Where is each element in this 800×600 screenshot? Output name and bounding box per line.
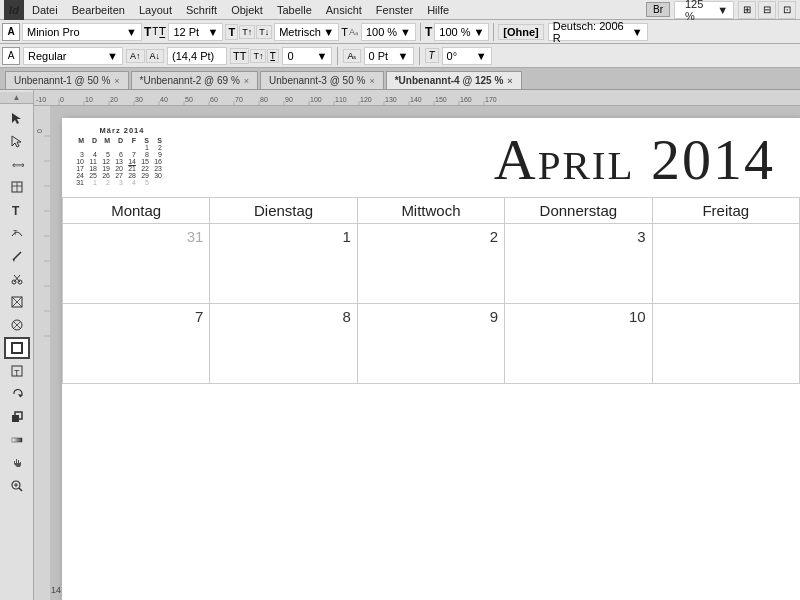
angle-input[interactable]: 0° ▼	[442, 47, 492, 65]
calendar-header: März 2014 M D M D F S	[62, 118, 800, 197]
menu-hilfe[interactable]: Hilfe	[421, 2, 455, 18]
svg-text:10: 10	[85, 96, 93, 103]
april-title: April 2014	[172, 126, 790, 193]
pencil-tool[interactable]	[4, 245, 30, 267]
rect-tool[interactable]	[4, 337, 30, 359]
font-name-dropdown[interactable]: Minion Pro ▼	[22, 23, 142, 41]
svg-text:T: T	[14, 368, 20, 378]
page-document: März 2014 M D M D F S	[62, 118, 800, 600]
type-size-input[interactable]: 100 % ▼	[361, 23, 416, 41]
menu-tabelle[interactable]: Tabelle	[271, 2, 318, 18]
toolbar-row2: A Regular ▼ A↑ A↓ (14,4 Pt) TT T↑ T̲ 0 ▼…	[0, 44, 800, 68]
svg-line-6	[13, 252, 21, 260]
sep1	[420, 23, 421, 41]
col-donnerstag: Donnerstag	[505, 198, 652, 224]
type-tool[interactable]: T	[4, 199, 30, 221]
scissors-tool[interactable]	[4, 268, 30, 290]
menu-bearbeiten[interactable]: Bearbeiten	[66, 2, 131, 18]
tracking-input[interactable]: 0 ▼	[282, 47, 332, 65]
baseline-input[interactable]: 0 Pt ▼	[364, 47, 414, 65]
day-4	[652, 224, 799, 304]
zoom-tool[interactable]	[4, 475, 30, 497]
view-btn-3[interactable]: ⊡	[778, 1, 796, 19]
tt2-buttons: TT T↑ T̲	[230, 48, 279, 64]
mini-cal-title: März 2014	[72, 126, 172, 135]
svg-rect-18	[12, 343, 22, 353]
metrics-dropdown[interactable]: Metrisch ▼	[274, 23, 339, 41]
size-adjust-btns: A↑ A↓	[126, 49, 164, 63]
svg-line-26	[19, 488, 22, 491]
font-size2[interactable]: (14,4 Pt)	[167, 47, 227, 65]
svg-text:20: 20	[110, 96, 118, 103]
left-toolbar: ▲ ⟺ T T	[0, 90, 34, 600]
day-1: 1	[210, 224, 357, 304]
zoom-level[interactable]: 125 % ▼	[674, 1, 734, 19]
tab-3-close[interactable]: ×	[507, 76, 512, 86]
svg-text:100: 100	[310, 96, 322, 103]
day-8: 8	[210, 304, 357, 384]
menu-schrift[interactable]: Schrift	[180, 2, 223, 18]
svg-text:40: 40	[160, 96, 168, 103]
svg-text:⟺: ⟺	[12, 160, 24, 170]
menu-objekt[interactable]: Objekt	[225, 2, 269, 18]
tab-0-close[interactable]: ×	[114, 76, 119, 86]
svg-text:140: 140	[410, 96, 422, 103]
table-tool[interactable]	[4, 176, 30, 198]
tab-2-close[interactable]: ×	[369, 76, 374, 86]
type-size2-input[interactable]: 100 % ▼	[434, 23, 489, 41]
frame-type-tool[interactable]: T	[4, 360, 30, 382]
rotate-tool[interactable]	[4, 383, 30, 405]
view-btn-1[interactable]: ⊞	[738, 1, 756, 19]
gradient-tool[interactable]	[4, 429, 30, 451]
angle-icon: T	[425, 48, 439, 63]
canvas: März 2014 M D M D F S	[50, 106, 800, 600]
page-number: 14	[50, 585, 62, 595]
sep3	[337, 47, 338, 65]
tab-1[interactable]: *Unbenannt-2 @ 69 % ×	[131, 71, 258, 89]
tab-2[interactable]: Unbenannt-3 @ 50 % ×	[260, 71, 384, 89]
type-indicator2: A	[2, 47, 20, 65]
sep4	[419, 47, 420, 65]
sep2	[493, 23, 494, 41]
day-10: 10	[505, 304, 652, 384]
bridge-button[interactable]: Br	[646, 2, 670, 17]
svg-text:120: 120	[360, 96, 372, 103]
no-style[interactable]: [Ohne]	[498, 24, 543, 40]
tab-0[interactable]: Unbenannt-1 @ 50 % ×	[5, 71, 129, 89]
type-tool-indicator: A	[2, 23, 20, 41]
svg-text:130: 130	[385, 96, 397, 103]
gap-tool[interactable]: ⟺	[4, 153, 30, 175]
menu-fenster[interactable]: Fenster	[370, 2, 419, 18]
svg-text:80: 80	[260, 96, 268, 103]
rect-frame-tool[interactable]	[4, 291, 30, 313]
language-dropdown[interactable]: Deutsch: 2006 R ▼	[548, 23, 648, 41]
font-style-dropdown[interactable]: Regular ▼	[23, 47, 123, 65]
view-btn-2[interactable]: ⊟	[758, 1, 776, 19]
type-on-path[interactable]: T	[4, 222, 30, 244]
tabs-bar: Unbenannt-1 @ 50 % × *Unbenannt-2 @ 69 %…	[0, 68, 800, 90]
fill-stroke[interactable]	[4, 406, 30, 428]
font-size-dropdown[interactable]: 12 Pt ▼	[168, 23, 223, 41]
svg-text:50: 50	[185, 96, 193, 103]
svg-text:60: 60	[210, 96, 218, 103]
svg-text:110: 110	[335, 96, 347, 103]
svg-rect-24	[12, 438, 22, 442]
col-dienstag: Dienstag	[210, 198, 357, 224]
menu-datei[interactable]: Datei	[26, 2, 64, 18]
ellipse-frame-tool[interactable]	[4, 314, 30, 336]
svg-text:T: T	[12, 204, 20, 217]
day-7: 7	[63, 304, 210, 384]
svg-text:160: 160	[460, 96, 472, 103]
select-tool[interactable]	[4, 107, 30, 129]
app-logo: Id	[4, 0, 24, 20]
tab-1-close[interactable]: ×	[244, 76, 249, 86]
day-3: 3	[505, 224, 652, 304]
tab-3[interactable]: *Unbenannt-4 @ 125 % ×	[386, 71, 522, 89]
hand-tool[interactable]	[4, 452, 30, 474]
menu-ansicht[interactable]: Ansicht	[320, 2, 368, 18]
svg-text:30: 30	[135, 96, 143, 103]
menu-layout[interactable]: Layout	[133, 2, 178, 18]
type-icons: T T T̲	[144, 25, 166, 39]
toolbar-collapse[interactable]: ▲	[0, 92, 33, 104]
direct-select-tool[interactable]	[4, 130, 30, 152]
